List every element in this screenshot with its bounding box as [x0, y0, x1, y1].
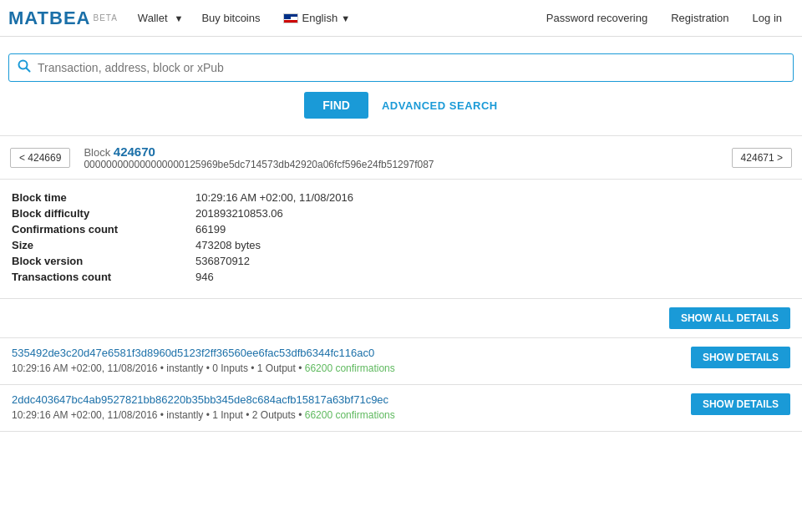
transactions-count-label: Transactions count	[12, 271, 195, 283]
tx-meta: 10:29:16 AM +02:00, 11/08/2016 • instant…	[12, 362, 681, 374]
confirmations-value: 66199	[195, 223, 226, 236]
confirmations-label: Confirmations count	[12, 223, 195, 236]
block-version-label: Block version	[12, 255, 195, 267]
tx-meta-2: 10:29:16 AM +02:00, 11/08/2016 • instant…	[12, 409, 681, 421]
block-version-value: 536870912	[195, 255, 250, 267]
logo-text: MATBEA	[8, 8, 90, 29]
tx-hash-link[interactable]: 535492de3c20d47e6581f3d8960d5123f2ff3656…	[12, 347, 374, 359]
password-recovering-nav[interactable]: Password recovering	[535, 0, 659, 37]
nav-right: Password recovering Registration Log in	[535, 0, 794, 37]
tx-confirmations-2: 66200 confirmations	[305, 409, 395, 421]
registration-nav[interactable]: Registration	[659, 0, 740, 37]
block-details: Block time 10:29:16 AM +02:00, 11/08/201…	[0, 180, 802, 299]
detail-row-size: Size 473208 bytes	[12, 239, 790, 251]
block-difficulty-label: Block difficulty	[12, 207, 195, 220]
detail-row-block-time: Block time 10:29:16 AM +02:00, 11/08/201…	[12, 191, 790, 204]
language-label: English	[302, 12, 338, 24]
next-block-button[interactable]: 424671 >	[732, 148, 792, 168]
tx-row: 535492de3c20d47e6581f3d8960d5123f2ff3656…	[12, 347, 790, 374]
prev-block-button[interactable]: < 424669	[10, 148, 70, 168]
transaction-item: 2ddc403647bc4ab9527821bb86220b35bb345de8…	[0, 385, 802, 432]
find-button[interactable]: FIND	[304, 92, 368, 119]
main-nav: Wallet ▼ Buy bitcoins English ▼ Password…	[126, 0, 794, 37]
tx-meta-text-2: 10:29:16 AM +02:00, 11/08/2016 • instant…	[12, 409, 302, 421]
block-time-label: Block time	[12, 191, 195, 204]
show-details-button-2[interactable]: SHOW DETAILS	[691, 393, 790, 415]
tx-hash-link-2[interactable]: 2ddc403647bc4ab9527821bb86220b35bb345de8…	[12, 393, 388, 406]
search-buttons: FIND ADVANCED SEARCH	[8, 92, 794, 119]
flag-icon	[283, 13, 298, 23]
block-time-value: 10:29:16 AM +02:00, 11/08/2016	[195, 191, 353, 204]
language-dropdown-arrow[interactable]: ▼	[341, 13, 350, 23]
wallet-nav-group[interactable]: Wallet ▼	[126, 12, 190, 24]
block-difficulty-value: 201893210853.06	[195, 207, 283, 220]
tx-left: 2ddc403647bc4ab9527821bb86220b35bb345de8…	[12, 393, 681, 421]
show-all-section: SHOW ALL DETAILS	[0, 299, 802, 338]
show-all-details-button[interactable]: SHOW ALL DETAILS	[669, 307, 790, 329]
block-label: Block	[84, 146, 110, 159]
wallet-dropdown-arrow[interactable]: ▼	[175, 13, 190, 23]
block-navigation: < 424669 Block 424670 000000000000000000…	[0, 135, 802, 180]
detail-row-block-difficulty: Block difficulty 201893210853.06	[12, 207, 790, 220]
tx-row: 2ddc403647bc4ab9527821bb86220b35bb345de8…	[12, 393, 790, 421]
svg-line-1	[27, 68, 30, 72]
block-hash: 000000000000000000125969be5dc714573db429…	[84, 159, 434, 170]
block-number: 424670	[114, 144, 155, 159]
detail-row-block-version: Block version 536870912	[12, 255, 790, 267]
logo: MATBEABETA	[8, 8, 118, 29]
tx-left: 535492de3c20d47e6581f3d8960d5123f2ff3656…	[12, 347, 681, 374]
transactions-count-value: 946	[195, 271, 214, 283]
tx-meta-text: 10:29:16 AM +02:00, 11/08/2016 • instant…	[12, 362, 302, 374]
search-input[interactable]	[38, 61, 784, 74]
wallet-nav-label[interactable]: Wallet	[126, 12, 175, 24]
search-section: FIND ADVANCED SEARCH	[0, 37, 802, 127]
search-icon	[18, 59, 31, 76]
buy-bitcoins-nav[interactable]: Buy bitcoins	[190, 0, 272, 37]
detail-row-transactions-count: Transactions count 946	[12, 271, 790, 283]
header: MATBEABETA Wallet ▼ Buy bitcoins English…	[0, 0, 802, 37]
search-bar	[8, 53, 794, 82]
block-info: Block 424670 000000000000000000125969be5…	[84, 144, 434, 170]
detail-table: Block time 10:29:16 AM +02:00, 11/08/201…	[12, 191, 790, 283]
show-details-button-1[interactable]: SHOW DETAILS	[691, 347, 790, 368]
advanced-search-button[interactable]: ADVANCED SEARCH	[382, 99, 498, 112]
tx-confirmations: 66200 confirmations	[305, 362, 395, 374]
size-value: 473208 bytes	[195, 239, 261, 251]
size-label: Size	[12, 239, 195, 251]
detail-row-confirmations: Confirmations count 66199	[12, 223, 790, 236]
language-nav[interactable]: English ▼	[272, 12, 362, 24]
login-nav[interactable]: Log in	[741, 0, 794, 37]
transaction-item: 535492de3c20d47e6581f3d8960d5123f2ff3656…	[0, 338, 802, 385]
logo-beta: BETA	[93, 13, 117, 23]
block-nav-left: < 424669 Block 424670 000000000000000000…	[10, 144, 434, 170]
